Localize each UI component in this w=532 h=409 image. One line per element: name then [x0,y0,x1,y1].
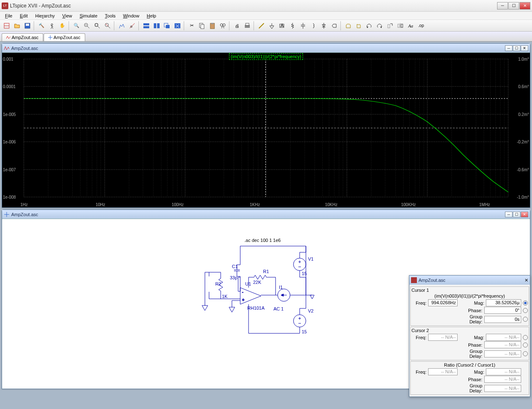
hammer-icon[interactable]: 🔨 [37,21,47,30]
phase-label: Phase: [457,308,483,313]
print-setup-icon[interactable] [242,21,252,30]
menu-hierarchy[interactable]: Hierarchy [32,12,58,19]
svg-point-170 [293,315,306,327]
plot-close-button[interactable]: ✕ [521,45,528,51]
new-schematic-icon[interactable] [2,21,12,30]
plot-minimize-button[interactable]: ─ [505,45,512,51]
diode-icon[interactable] [319,21,329,30]
cursor2-phase[interactable]: -- N/A-- [484,341,521,348]
settings-icon[interactable] [127,21,137,30]
cursor1-phase[interactable]: 0° [484,307,521,314]
zoom-area-icon[interactable] [92,21,102,30]
svg-rect-23 [157,23,160,28]
app-icon [411,277,417,283]
autorange-icon[interactable] [117,21,127,30]
menu-tools[interactable]: Tools [101,12,119,19]
ratio-phase[interactable]: -- N/A-- [484,376,521,383]
ground-icon[interactable] [267,21,277,30]
cursor-close-button[interactable]: ✕ [525,278,528,283]
run-icon[interactable] [47,21,57,30]
zoom-in-icon[interactable]: 🔍 [71,21,81,30]
cursor2-groupdelay[interactable]: -- N/A-- [484,350,521,357]
cursor2-phase-radio[interactable] [523,342,528,347]
menu-view[interactable]: View [59,12,76,19]
schem-maximize-button[interactable]: ☐ [513,212,520,217]
save-icon[interactable] [22,21,32,30]
drag-icon[interactable] [354,21,364,30]
svg-rect-202 [411,277,417,283]
phase-label: Phase: [457,342,483,347]
schem-close-button[interactable]: ✕ [521,212,528,217]
component-icon[interactable] [329,21,339,30]
cursor2-mag[interactable]: -- N/A-- [486,334,521,341]
plot-maximize-button[interactable]: ☐ [513,45,520,51]
inductor-icon[interactable] [308,21,318,30]
tile-vert-icon[interactable] [152,21,162,30]
zoom-out-icon[interactable] [82,21,92,30]
zoom-fit-icon[interactable] [103,21,113,30]
tab-schematic[interactable]: AmpZout.asc [44,33,85,41]
cursor2-gd-radio[interactable] [523,351,528,356]
open-icon[interactable] [12,21,22,30]
menu-simulate[interactable]: Simulate [76,12,101,19]
plot-expression[interactable]: (im(V(n003)/I(I1)))/(2*pi*frequency) [229,53,303,60]
svg-text:+: + [242,297,244,302]
schematic-window-titlebar[interactable]: AmpZout.asc ─ ☐ ✕ [2,210,530,219]
minimize-button[interactable]: ─ [497,2,508,10]
menu-edit[interactable]: Edit [17,12,31,19]
svg-rect-21 [143,26,149,28]
svg-line-17 [106,24,108,26]
mag-label: Mag: [458,335,485,340]
freq-label: Freq: [411,370,427,375]
y-right-tick: -1.0m° [517,195,529,200]
paste-icon[interactable] [207,21,217,30]
cursor2-mag-radio[interactable] [523,335,528,340]
mirror-icon[interactable] [395,21,405,30]
cursor1-mag-radio[interactable] [523,301,528,306]
draw-wire-icon[interactable] [256,21,266,30]
ratio-mag[interactable]: -- N/A-- [486,368,521,375]
label-net-icon[interactable]: A [277,21,287,30]
spice-directive-icon[interactable]: .op [416,21,426,30]
resistor-icon[interactable] [288,21,298,30]
svg-rect-38 [246,23,249,25]
plot-area[interactable]: (im(V(n003)/I(I1)))/(2*pi*frequency) [2,53,530,207]
capacitor-icon[interactable] [298,21,308,30]
find-icon[interactable] [218,21,228,30]
svg-rect-25 [166,25,170,28]
tab-plot[interactable]: AmpZout.asc [2,33,43,41]
svg-line-39 [259,23,264,28]
ratio-freq[interactable]: -- N/A-- [428,368,458,375]
copy-icon[interactable] [197,21,207,30]
menu-help[interactable]: Help [143,12,160,19]
cursor-window[interactable]: AmpZout.asc ✕ Cursor 1 (im(V(n003)/I(I1)… [409,275,530,397]
cursor1-freq[interactable]: 994.0268Hz [428,299,458,306]
move-icon[interactable] [343,21,353,30]
undo-icon[interactable] [364,21,374,30]
cursor2-freq[interactable]: -- N/A-- [428,334,458,341]
menu-file[interactable]: File [2,12,16,19]
cut-icon[interactable]: ✂ [187,21,197,30]
menu-window[interactable]: Window [120,12,143,19]
pan-icon[interactable]: ✋ [57,21,67,30]
ratio-groupdelay[interactable]: -- N/A-- [484,385,521,392]
cascade-icon[interactable] [162,21,172,30]
redo-icon[interactable] [374,21,384,30]
svg-point-160 [293,258,306,271]
plot-window-titlebar[interactable]: AmpZout.asc ─ ☐ ✕ [2,44,530,53]
maximize-button[interactable]: ☐ [508,2,519,10]
schem-minimize-button[interactable]: ─ [505,212,512,217]
tile-horiz-icon[interactable] [141,21,151,30]
cursor1-phase-radio[interactable] [523,308,528,313]
text-icon[interactable]: Aa [406,21,416,30]
cursor1-gd-radio[interactable] [523,317,528,322]
cursor-window-titlebar[interactable]: AmpZout.asc ✕ [409,276,530,285]
cursor1-mag[interactable]: 38.520526µ [486,299,521,306]
close-button[interactable]: ✕ [520,2,530,10]
close-window-icon[interactable] [172,21,182,30]
waveform-icon [4,45,10,51]
rotate-icon[interactable] [385,21,395,30]
print-icon[interactable]: 🖨 [232,21,242,30]
cursor1-label: Cursor 1 [411,288,528,293]
cursor1-groupdelay[interactable]: 0s [484,316,521,323]
